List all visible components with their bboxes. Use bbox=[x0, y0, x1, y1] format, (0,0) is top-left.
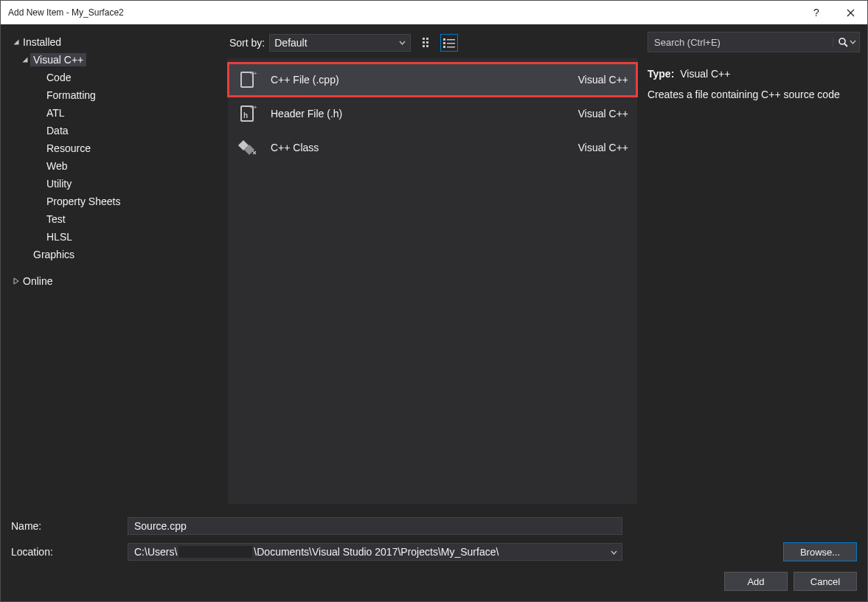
close-icon bbox=[847, 9, 855, 17]
tree-node-atl[interactable]: ATL bbox=[8, 104, 228, 122]
tree-node-online[interactable]: Online bbox=[8, 272, 228, 290]
template-info: Type: Visual C++ Creates a file containi… bbox=[647, 66, 860, 103]
svg-rect-3 bbox=[426, 41, 428, 44]
tree-node-property-sheets[interactable]: Property Sheets bbox=[8, 193, 228, 210]
expand-icon bbox=[20, 56, 30, 63]
sort-by-combo[interactable]: Default bbox=[269, 34, 411, 52]
window-title: Add New Item - My_Surface2 bbox=[8, 7, 799, 18]
template-list: ++ C++ File (.cpp) Visual C++ h ++ bbox=[228, 58, 637, 504]
location-suffix: \Documents\Visual Studio 2017\Projects\M… bbox=[254, 546, 499, 558]
template-toolbar: Sort by: Default bbox=[228, 32, 637, 58]
location-redacted bbox=[178, 546, 252, 558]
template-category: Visual C++ bbox=[578, 108, 628, 120]
svg-point-19 bbox=[839, 38, 845, 44]
tree-node-formatting[interactable]: Formatting bbox=[8, 86, 228, 104]
tree-label: Code bbox=[45, 72, 71, 83]
tree-node-utility[interactable]: Utility bbox=[8, 175, 228, 193]
view-small-icons-button[interactable] bbox=[420, 34, 437, 52]
name-value: Source.cpp bbox=[134, 520, 187, 532]
svg-rect-1 bbox=[426, 38, 428, 40]
list-icon bbox=[443, 38, 455, 48]
sort-by-value: Default bbox=[274, 37, 307, 49]
svg-rect-6 bbox=[443, 38, 445, 41]
tree-label: Online bbox=[21, 275, 52, 287]
tree-node-visualcpp[interactable]: Visual C++ bbox=[8, 51, 228, 69]
tree-label: Formatting bbox=[45, 89, 96, 101]
chevron-down-icon bbox=[399, 37, 406, 49]
client-area: Installed Visual C++ Code Formatting ATL… bbox=[1, 24, 867, 601]
tree-label: Visual C++ bbox=[30, 53, 86, 66]
sort-by-label: Sort by: bbox=[229, 37, 265, 49]
svg-rect-0 bbox=[423, 38, 425, 40]
location-label: Location: bbox=[11, 546, 122, 558]
view-list-button[interactable] bbox=[440, 34, 458, 52]
add-button[interactable]: Add bbox=[724, 572, 788, 591]
tree-label: Installed bbox=[21, 36, 61, 48]
svg-rect-9 bbox=[447, 43, 455, 44]
tree-label: Data bbox=[45, 125, 69, 136]
svg-text:++: ++ bbox=[250, 70, 257, 77]
tree-node-data[interactable]: Data bbox=[8, 122, 228, 139]
cpp-class-icon bbox=[235, 135, 260, 160]
cancel-button[interactable]: Cancel bbox=[794, 572, 857, 591]
template-row-header-file[interactable]: h ++ Header File (.h) Visual C++ bbox=[228, 97, 637, 131]
dialog-window: Add New Item - My_Surface2 ? Installed bbox=[0, 0, 868, 602]
titlebar: Add New Item - My_Surface2 ? bbox=[1, 1, 867, 24]
cpp-file-icon: ++ bbox=[235, 67, 260, 92]
grid-icon bbox=[423, 38, 434, 48]
upper-area: Installed Visual C++ Code Formatting ATL… bbox=[1, 24, 867, 511]
header-file-icon: h ++ bbox=[235, 101, 260, 126]
svg-rect-4 bbox=[423, 45, 425, 47]
chevron-down-icon bbox=[850, 39, 856, 46]
svg-rect-5 bbox=[426, 45, 428, 47]
browse-label: Browse... bbox=[800, 547, 840, 558]
info-type-label: Type: bbox=[647, 68, 674, 80]
help-button[interactable]: ? bbox=[799, 1, 833, 24]
template-category: Visual C++ bbox=[578, 74, 628, 86]
tree-node-code[interactable]: Code bbox=[8, 69, 228, 86]
template-name: Header File (.h) bbox=[271, 108, 578, 120]
name-input[interactable]: Source.cpp bbox=[128, 517, 622, 535]
info-description: Creates a file containing C++ source cod… bbox=[647, 86, 860, 103]
template-name: C++ File (.cpp) bbox=[271, 74, 578, 86]
svg-rect-2 bbox=[423, 41, 425, 44]
tree-label: Resource bbox=[45, 142, 91, 154]
svg-rect-7 bbox=[447, 39, 455, 41]
template-row-cpp-file[interactable]: ++ C++ File (.cpp) Visual C++ bbox=[228, 63, 637, 97]
name-label: Name: bbox=[11, 520, 122, 532]
tree-label: Graphics bbox=[32, 249, 74, 260]
details-pane: Search (Ctrl+E) Type: Visual C++ Cr bbox=[637, 24, 867, 511]
search-input[interactable]: Search (Ctrl+E) bbox=[647, 32, 860, 52]
template-row-cpp-class[interactable]: C++ Class Visual C++ bbox=[228, 131, 637, 165]
add-label: Add bbox=[747, 576, 764, 587]
tree-node-test[interactable]: Test bbox=[8, 210, 228, 228]
search-icon bbox=[838, 37, 848, 47]
browse-button[interactable]: Browse... bbox=[783, 542, 857, 561]
location-prefix: C:\Users\ bbox=[134, 546, 177, 558]
tree-label: Test bbox=[45, 213, 66, 225]
form-area: Name: Source.cpp Location: C:\Users\ \Do… bbox=[1, 511, 867, 601]
template-name: C++ Class bbox=[271, 142, 578, 153]
svg-text:++: ++ bbox=[250, 104, 257, 111]
template-tree: Installed Visual C++ Code Formatting ATL… bbox=[1, 24, 228, 511]
template-category: Visual C++ bbox=[578, 142, 628, 153]
tree-node-resource[interactable]: Resource bbox=[8, 139, 228, 157]
search-placeholder: Search (Ctrl+E) bbox=[654, 37, 721, 48]
svg-rect-11 bbox=[447, 46, 455, 48]
tree-node-hlsl[interactable]: HLSL bbox=[8, 228, 228, 246]
expand-icon bbox=[11, 38, 21, 46]
info-type-value: Visual C++ bbox=[680, 68, 730, 80]
tree-label: Property Sheets bbox=[45, 196, 120, 207]
tree-node-graphics[interactable]: Graphics bbox=[8, 246, 228, 263]
expand-icon bbox=[11, 277, 21, 285]
tree-label: ATL bbox=[45, 107, 65, 119]
tree-label: Utility bbox=[45, 178, 72, 190]
svg-text:h: h bbox=[243, 111, 248, 120]
tree-node-web[interactable]: Web bbox=[8, 157, 228, 175]
close-button[interactable] bbox=[833, 1, 867, 24]
svg-rect-10 bbox=[443, 46, 445, 48]
location-input[interactable]: C:\Users\ \Documents\Visual Studio 2017\… bbox=[128, 543, 622, 561]
tree-node-installed[interactable]: Installed bbox=[8, 33, 228, 51]
template-list-pane: Sort by: Default bbox=[228, 32, 637, 504]
chevron-down-icon bbox=[611, 547, 617, 558]
